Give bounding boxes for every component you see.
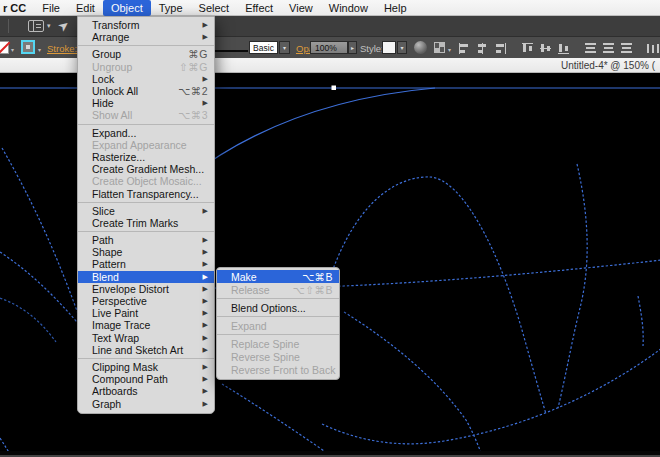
menubar-item-view[interactable]: View [281, 0, 321, 16]
menubar-item-help[interactable]: Help [376, 0, 415, 16]
menubar-item-effect[interactable]: Effect [237, 0, 281, 16]
menu-item-path[interactable]: Path▶ [78, 234, 214, 246]
menubar-item-object[interactable]: Object [103, 0, 151, 16]
menu-item-label: Expand Appearance [92, 139, 208, 151]
menu-item-arrange[interactable]: Arrange▶ [78, 31, 214, 43]
distribute-top-icon[interactable] [584, 43, 597, 54]
align-middle-icon[interactable] [539, 43, 552, 54]
menu-item-label: Reverse Front to Back [231, 364, 335, 376]
menu-item-transform[interactable]: Transform▶ [78, 19, 214, 31]
menu-item-perspective[interactable]: Perspective▶ [78, 295, 214, 307]
menu-item-flatten-transparency[interactable]: Flatten Transparency... [78, 187, 214, 199]
fill-none-swatch[interactable] [0, 41, 9, 54]
menu-item-live-paint[interactable]: Live Paint▶ [78, 307, 214, 319]
submenu-arrow-icon: ▶ [203, 363, 208, 371]
chevron-down-icon[interactable]: ▾ [397, 41, 407, 54]
align-left-icon[interactable] [458, 43, 471, 54]
stroke-color-swatch[interactable] [21, 40, 35, 54]
menu-item-replace-spine: Replace Spine [217, 337, 339, 350]
menu-item-label: Compound Path [92, 373, 195, 385]
submenu-arrow-icon: ▶ [203, 321, 208, 329]
menu-item-hide[interactable]: Hide▶ [78, 97, 214, 109]
chevron-down-icon[interactable]: ▾ [38, 46, 41, 53]
menu-item-lock[interactable]: Lock▶ [78, 73, 214, 85]
menu-item-label: Blend Options... [231, 302, 333, 314]
stroke-label[interactable]: Stroke: [47, 43, 77, 54]
align-bottom-icon[interactable] [557, 43, 570, 54]
chevron-down-icon[interactable]: ▾ [448, 46, 451, 53]
share-icon[interactable]: ➤ [55, 16, 73, 35]
menubar-app-title: r CC [0, 0, 34, 16]
blend-path-curve[interactable] [322, 348, 660, 444]
appbar-divider [8, 19, 9, 33]
menu-item-label: Shape [92, 246, 195, 258]
menubar-item-type[interactable]: Type [151, 0, 191, 16]
distribute-bottom-icon[interactable] [620, 43, 633, 54]
menu-item-slice[interactable]: Slice▶ [78, 205, 214, 217]
menu-item-label: Perspective [92, 295, 195, 307]
document-setup-icon[interactable] [414, 41, 427, 54]
opacity-arrow-icon[interactable]: ▸ [348, 41, 357, 54]
menu-item-envelope-distort[interactable]: Envelope Distort▶ [78, 283, 214, 295]
submenu-arrow-icon: ▶ [203, 236, 208, 244]
chevron-down-icon[interactable]: ▾ [279, 41, 290, 54]
menu-item-label: Flatten Transparency... [92, 188, 208, 200]
distribute-center-icon[interactable] [602, 43, 615, 54]
menu-item-compound-path[interactable]: Compound Path▶ [78, 373, 214, 385]
anchor-point[interactable] [332, 86, 337, 91]
menu-item-image-trace[interactable]: Image Trace▶ [78, 319, 214, 331]
menu-item-create-trim-marks[interactable]: Create Trim Marks [78, 217, 214, 229]
menu-item-label: Make [231, 271, 292, 283]
menu-item-graph[interactable]: Graph▶ [78, 397, 214, 409]
menu-item-pattern[interactable]: Pattern▶ [78, 258, 214, 270]
menu-item-rasterize[interactable]: Rasterize... [78, 151, 214, 163]
menu-item-label: Arrange [92, 31, 195, 43]
menu-item-group[interactable]: Group⌘G [78, 48, 214, 60]
transparency-grid-icon[interactable] [434, 42, 445, 53]
menu-item-expand[interactable]: Expand... [78, 127, 214, 139]
menubar-item-select[interactable]: Select [191, 0, 238, 16]
align-right-icon[interactable] [494, 43, 507, 54]
blend-path-curve[interactable] [344, 312, 483, 451]
workspace-switcher-icon[interactable] [28, 20, 44, 32]
blend-path-curve[interactable] [222, 384, 340, 451]
brush-definition-select[interactable]: Basic [249, 41, 278, 54]
submenu-arrow-icon: ▶ [203, 33, 208, 41]
blend-path-curve[interactable] [0, 298, 56, 342]
align-center-icon[interactable] [476, 43, 489, 54]
menu-item-make[interactable]: Make⌥⌘B [217, 270, 339, 283]
menu-item-label: Artboards [92, 385, 195, 397]
distribute-left-icon[interactable] [647, 43, 660, 54]
opacity-input[interactable]: 100% [310, 41, 348, 54]
chevron-down-icon[interactable]: ▾ [47, 22, 51, 30]
graphic-style-swatch[interactable] [382, 41, 396, 54]
menu-item-blend-options[interactable]: Blend Options... [217, 301, 339, 314]
menubar-item-edit[interactable]: Edit [68, 0, 103, 16]
menu-item-blend[interactable]: Blend▶ [78, 271, 214, 283]
menubar-item-window[interactable]: Window [321, 0, 376, 16]
submenu-arrow-icon: ▶ [203, 334, 208, 342]
menu-item-clipping-mask[interactable]: Clipping Mask▶ [78, 361, 214, 373]
blend-path-curve[interactable] [0, 252, 82, 328]
menu-item-reverse-spine: Reverse Spine [217, 350, 339, 363]
menu-item-create-gradient-mesh[interactable]: Create Gradient Mesh... [78, 163, 214, 175]
menu-item-artboards[interactable]: Artboards▶ [78, 385, 214, 397]
chevron-down-icon[interactable]: ▾ [11, 46, 14, 53]
illustrator-window: Untitled-4* @ 150% ( ▾ ➤ ▾ ▾ Stroke: Bas… [0, 0, 660, 457]
submenu-arrow-icon: ▶ [203, 99, 208, 107]
blend-path-curve[interactable] [558, 164, 587, 408]
blend-path-curve[interactable] [332, 177, 546, 414]
align-top-icon[interactable] [521, 43, 534, 54]
menu-item-label: Replace Spine [231, 338, 333, 350]
menu-item-label: Reverse Spine [231, 351, 333, 363]
object-menu-dropdown: Transform▶Arrange▶Group⌘GUngroup⇧⌘GLock▶… [77, 16, 215, 414]
menubar-item-file[interactable]: File [34, 0, 68, 16]
blend-path-curve[interactable] [638, 296, 643, 346]
menu-item-text-wrap[interactable]: Text Wrap▶ [78, 332, 214, 344]
menu-item-line-and-sketch-art[interactable]: Line and Sketch Art▶ [78, 344, 214, 356]
submenu-arrow-icon: ▶ [203, 21, 208, 29]
menu-item-shape[interactable]: Shape▶ [78, 246, 214, 258]
menu-item-label: Hide [92, 97, 195, 109]
menu-item-unlock-all[interactable]: Unlock All⌥⌘2 [78, 85, 214, 97]
blend-path-curve[interactable] [0, 438, 12, 451]
